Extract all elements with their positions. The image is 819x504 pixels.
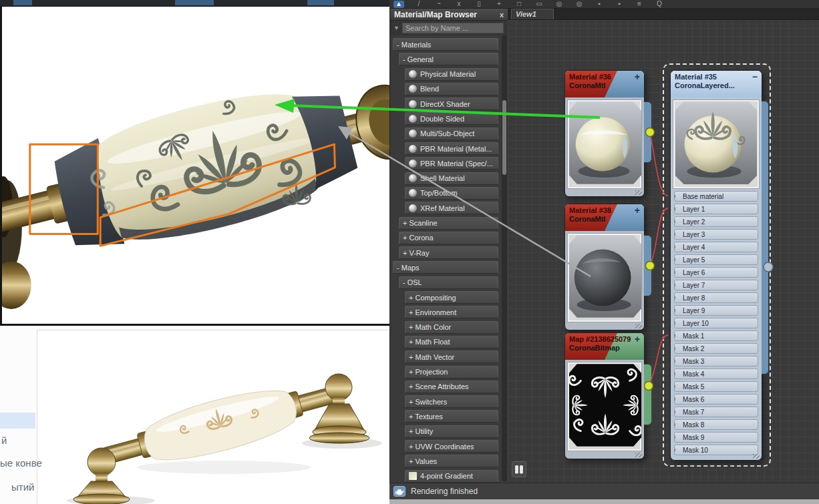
browser-item[interactable]: + Scanline — [399, 217, 498, 230]
input-socket-icon[interactable] — [674, 421, 675, 429]
browser-item[interactable]: + Projection — [405, 366, 498, 379]
input-socket-icon[interactable] — [674, 446, 675, 454]
select-region-icon[interactable]: ▭ — [534, 1, 544, 8]
browser-item[interactable]: - OSL — [399, 276, 498, 289]
material-slot[interactable]: Mask 8 — [674, 419, 758, 430]
browser-item[interactable]: XRef Material — [405, 202, 498, 214]
material-slot[interactable]: Layer 9 — [674, 305, 758, 316]
browser-item[interactable]: - General — [399, 53, 498, 65]
input-socket-icon[interactable] — [674, 281, 675, 289]
input-socket-icon[interactable] — [674, 344, 675, 352]
material-slot[interactable]: Layer 4 — [674, 242, 758, 252]
input-socket-icon[interactable] — [674, 205, 675, 213]
browser-item[interactable]: + Compositing — [405, 291, 498, 304]
delete-icon[interactable]: x — [454, 1, 464, 8]
browser-item[interactable]: + Math Color — [405, 321, 498, 334]
expand-icon[interactable]: + — [635, 205, 640, 216]
browser-item[interactable]: + Values — [405, 455, 498, 467]
input-socket-icon[interactable] — [674, 370, 675, 378]
browser-item[interactable]: - Maps — [393, 261, 498, 274]
browser-item[interactable]: + V-Ray — [399, 246, 498, 259]
select-tool-icon[interactable]: ▲ — [393, 1, 404, 8]
collapse-icon[interactable]: − — [752, 71, 758, 82]
material-slot[interactable]: Layer 10 — [674, 318, 758, 328]
browser-item[interactable]: + Textures — [405, 410, 498, 423]
input-socket-icon[interactable] — [674, 395, 675, 403]
browser-item[interactable]: Double Sided — [405, 112, 498, 125]
node-material-35[interactable]: Material #35 CoronaLayered... − — [670, 70, 762, 461]
browser-item[interactable]: PBR Material (Metal... — [405, 142, 498, 155]
layout-children-icon[interactable]: □ — [514, 1, 524, 8]
expand-icon[interactable]: + — [635, 71, 640, 82]
output-socket-tab[interactable] — [644, 364, 652, 425]
material-slot[interactable]: Layer 2 — [674, 216, 758, 227]
browser-item[interactable]: Physical Material — [405, 68, 498, 81]
resize-grip[interactable] — [635, 453, 642, 457]
browser-scrollbar[interactable] — [502, 35, 507, 481]
browser-item[interactable]: + UVW Coordinates — [405, 440, 498, 453]
node-corona-bitmap[interactable]: Map #2138625079 CoronaBitmap + — [564, 332, 645, 459]
material-slot[interactable]: Mask 10 — [674, 445, 758, 455]
navigator-button[interactable] — [512, 461, 526, 477]
input-socket-icon[interactable] — [674, 383, 675, 391]
render-map-icon[interactable]: ◎ — [554, 1, 564, 8]
resize-grip[interactable] — [635, 190, 642, 195]
material-slot[interactable]: Layer 1 — [674, 204, 758, 214]
browser-item[interactable]: + Environment — [405, 306, 498, 318]
material-slot[interactable]: Mask 3 — [674, 356, 758, 366]
material-slot[interactable]: Mask 9 — [674, 432, 758, 443]
material-slot[interactable]: Mask 6 — [674, 394, 758, 405]
input-socket-icon[interactable] — [674, 294, 675, 302]
material-slot[interactable]: Base material — [674, 191, 758, 202]
search-input[interactable] — [402, 23, 504, 33]
browser-item[interactable]: Multi/Sub-Object — [405, 128, 498, 140]
input-socket-icon[interactable] — [674, 332, 675, 340]
material-slot[interactable]: Mask 2 — [674, 343, 758, 354]
browser-title-bar[interactable]: Material/Map Browser x — [390, 9, 508, 21]
connect-nodes-icon[interactable]: + — [494, 1, 504, 8]
input-socket-icon[interactable] — [674, 192, 675, 200]
expand-icon[interactable]: + — [635, 334, 640, 344]
output-socket-bar[interactable] — [762, 101, 769, 374]
input-socket-icon[interactable] — [674, 408, 675, 416]
move-tool-icon[interactable]: / — [414, 1, 424, 8]
output-socket-tab[interactable] — [644, 235, 652, 296]
material-slot[interactable]: Mask 5 — [674, 381, 758, 392]
browser-item[interactable]: - Materials — [393, 38, 498, 51]
show-grid-icon[interactable]: ▪ — [594, 1, 605, 8]
input-socket-icon[interactable] — [674, 218, 675, 226]
browser-item[interactable]: DirectX Shader — [405, 97, 498, 110]
browser-item[interactable]: + Corona — [399, 232, 498, 244]
material-slot[interactable]: Layer 6 — [674, 267, 758, 278]
material-slot[interactable]: Layer 7 — [674, 280, 758, 290]
browser-item[interactable]: PBR Material (Spec/... — [405, 157, 498, 170]
node-canvas[interactable]: Material #36 CoronaMtl + — [508, 20, 819, 483]
resize-grip[interactable] — [635, 324, 642, 328]
input-socket-icon[interactable] — [674, 357, 675, 365]
node-material-38[interactable]: Material #38 CoronaMtl + — [564, 204, 645, 330]
input-socket-icon[interactable] — [674, 230, 675, 238]
browser-item[interactable]: Blend — [405, 83, 498, 95]
material-slot[interactable]: Mask 4 — [674, 368, 758, 379]
resize-grip[interactable] — [753, 454, 760, 459]
trash-icon[interactable]: ▯ — [474, 1, 484, 8]
browser-item[interactable]: Shell Material — [405, 172, 498, 185]
node-material-36[interactable]: Material #36 CoronaMtl + — [564, 70, 645, 197]
tab-view1[interactable]: View1 — [511, 9, 554, 19]
browser-item[interactable]: 4-point Gradient — [405, 470, 498, 483]
chevron-down-icon[interactable]: ▼ — [393, 25, 399, 31]
zoom-tool-icon[interactable]: Q — [654, 1, 665, 8]
browser-item[interactable]: + Math Vector — [405, 350, 498, 363]
input-socket-icon[interactable] — [674, 319, 675, 327]
material-slot[interactable]: Mask 1 — [674, 330, 758, 341]
input-socket-icon[interactable] — [674, 243, 675, 251]
material-slot[interactable]: Mask 7 — [674, 407, 758, 417]
show-background-icon[interactable]: ▪ — [614, 1, 625, 8]
material-slot[interactable]: Layer 5 — [674, 254, 758, 265]
input-socket-icon[interactable] — [674, 268, 675, 276]
material-slot[interactable]: Layer 8 — [674, 292, 758, 303]
browser-item[interactable]: + Math Float — [405, 336, 498, 348]
browser-item[interactable]: + Utility — [405, 425, 498, 438]
browser-item[interactable]: + Switchers — [405, 395, 498, 408]
material-slot[interactable]: Layer 3 — [674, 229, 758, 240]
